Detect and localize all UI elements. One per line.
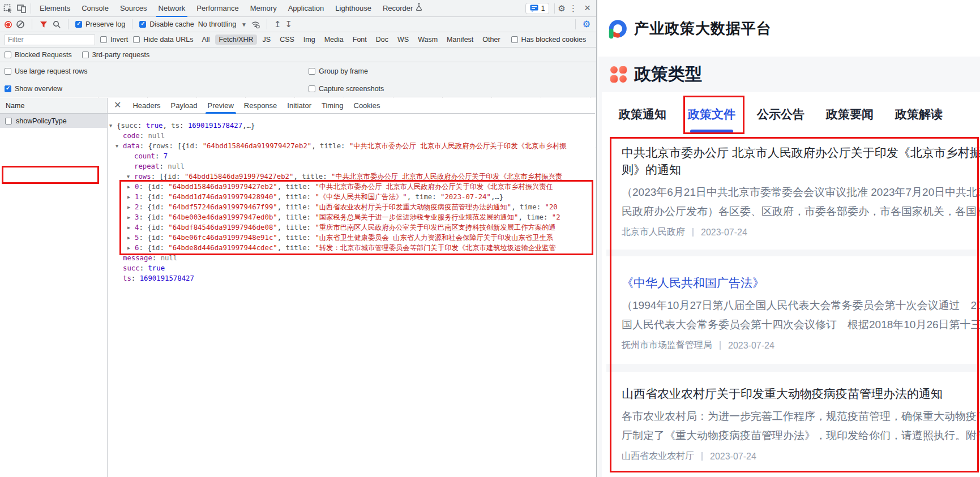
detail-tab-timing[interactable]: Timing [316,98,349,114]
json-tree-line[interactable]: message: null [108,253,595,263]
detail-tab-initiator[interactable]: Initiator [282,98,316,114]
expand-arrow-icon[interactable]: ▶ [127,182,135,192]
json-tree-line[interactable]: count: 7 [108,151,595,161]
policy-tab-1[interactable]: 政策通知 [619,106,666,133]
article-title[interactable]: 山西省农业农村厅关于印发重大动物疫病疫苗管理办法的通知 [622,385,980,402]
import-har-icon[interactable]: ↥ [274,19,281,29]
name-column-header[interactable]: Name [0,98,107,114]
settings-gear-icon[interactable]: ⚙ [558,4,565,12]
json-tree-line[interactable]: code: null [108,131,595,141]
detail-tab-cookies[interactable]: Cookies [349,98,386,114]
hide-data-urls-checkbox[interactable]: Hide data URLs [133,36,193,44]
json-tree-line[interactable]: ▼{succ: true, ts: 1690191578427,…} [108,121,595,131]
article-item[interactable]: 山西省农业农村厅关于印发重大动物疫病疫苗管理办法的通知各市农业农村局：为进一步完… [606,372,980,462]
disable-cache-checkbox[interactable]: Disable cache [139,20,194,28]
network-settings-gear-icon[interactable]: ⚙ [583,20,590,29]
filter-type-media[interactable]: Media [321,35,347,45]
expand-arrow-icon[interactable]: ▶ [127,243,135,253]
devtools-tab-lighthouse[interactable]: Lighthouse [329,0,377,17]
more-options-icon[interactable]: ⋮ [566,3,581,14]
json-tree-line[interactable]: ▶1: {id: "64bdd1d746da919979428940", tit… [108,192,595,202]
checkbox-checked[interactable] [139,21,146,28]
filter-type-wasm[interactable]: Wasm [414,35,441,45]
record-network-log-icon[interactable] [5,21,12,28]
detail-tab-payload[interactable]: Payload [166,98,203,114]
devtools-tab-sources[interactable]: Sources [114,0,153,17]
filter-type-all[interactable]: All [199,35,213,45]
devtools-tab-network[interactable]: Network [153,0,191,17]
filter-type-js[interactable]: JS [259,35,275,45]
filter-type-other[interactable]: Other [479,35,503,45]
article-title[interactable]: 《中华人民共和国广告法》 [622,274,980,291]
preserve-log-checkbox[interactable]: Preserve log [75,20,125,28]
checkbox-checked[interactable] [75,21,82,28]
inspect-element-icon[interactable] [3,4,12,13]
clear-network-log-icon[interactable] [16,20,25,29]
json-tree-line[interactable]: ▶4: {id: "64bdf84546da91997946de08", tit… [108,222,595,233]
article-title[interactable]: 中共北京市委办公厅 北京市人民政府办公厅关于印发《北京市乡村振兴责则》的通知 [622,144,980,178]
json-tree-line[interactable]: ▼data: {rows: [{id: "64bdd15846da9199794… [108,141,595,151]
detail-tab-headers[interactable]: Headers [127,98,165,114]
devtools-tab-performance[interactable]: Performance [191,0,244,17]
checkbox-unchecked[interactable] [309,68,315,75]
use-large-request-rows-checkbox[interactable]: Use large request rows [5,67,309,75]
checkbox-unchecked[interactable] [309,85,315,92]
search-icon[interactable] [52,20,61,29]
filter-type-ws[interactable]: WS [394,35,412,45]
export-har-icon[interactable]: ↧ [285,19,293,29]
checkbox-unchecked[interactable] [82,51,89,58]
filter-input[interactable] [5,35,95,45]
devtools-tab-recorder[interactable]: Recorder [377,0,428,17]
devtools-tab-memory[interactable]: Memory [245,0,283,17]
json-tree-line[interactable]: ▶3: {id: "64be003e46da91997947ed0b", tit… [108,212,595,222]
policy-tab-2[interactable]: 政策文件 [688,106,735,133]
filter-type-img[interactable]: Img [300,35,319,45]
json-tree-line[interactable]: succ: true [108,263,595,273]
third-party-requests-checkbox[interactable]: 3rd-party requests [82,51,149,59]
checkbox-unchecked[interactable] [133,36,140,43]
detail-tab-response[interactable]: Response [239,98,283,114]
checkbox-unchecked[interactable] [5,118,12,124]
filter-funnel-icon[interactable] [39,20,48,29]
json-tree-line[interactable]: ▶6: {id: "64bde8d446da91997944cdec", tit… [108,243,595,253]
throttling-dropdown[interactable]: No throttling ▼ [198,20,247,28]
expand-arrow-icon[interactable]: ▶ [127,202,135,212]
policy-tab-5[interactable]: 政策解读 [895,106,943,133]
checkbox-unchecked[interactable] [5,68,11,75]
show-overview-checkbox[interactable]: Show overview [5,85,309,93]
devtools-tab-console[interactable]: Console [76,0,114,17]
filter-type-doc[interactable]: Doc [373,35,392,45]
network-conditions-icon[interactable] [251,20,260,29]
policy-tab-3[interactable]: 公示公告 [757,106,804,133]
expand-arrow-icon[interactable]: ▼ [127,171,134,182]
request-row-showpolicytype[interactable]: showPolicyType [0,114,107,128]
expand-arrow-icon[interactable]: ▶ [127,233,135,243]
detail-tab-preview[interactable]: Preview [203,98,239,114]
close-devtools-icon[interactable]: × [581,2,596,15]
json-tree-line[interactable]: ▶5: {id: "64be06fc46da91997948e91c", tit… [108,233,595,243]
checkbox-checked[interactable] [5,85,11,92]
filter-type-fetch-xhr[interactable]: Fetch/XHR [215,35,256,45]
devtools-tab-application[interactable]: Application [283,0,330,17]
device-toolbar-icon[interactable] [17,4,26,13]
expand-arrow-icon[interactable]: ▼ [115,141,123,151]
invert-checkbox[interactable]: Invert [100,36,128,44]
article-item[interactable]: 《中华人民共和国广告法》（1994年10月27日第八届全国人民代表大会常务委员会… [606,256,980,364]
expand-arrow-icon[interactable]: ▶ [127,212,135,222]
checkbox-unchecked[interactable] [100,36,107,43]
checkbox-unchecked[interactable] [5,51,11,58]
article-item[interactable]: 中共北京市委办公厅 北京市人民政府办公厅关于印发《北京市乡村振兴责则》的通知（2… [606,137,980,250]
filter-type-font[interactable]: Font [349,35,370,45]
checkbox-unchecked[interactable] [511,36,518,43]
json-tree-line[interactable]: ▶0: {id: "64bdd15846da919979427eb2", tit… [108,182,595,192]
json-tree-line[interactable]: ts: 1690191578427 [108,273,595,283]
json-tree-line[interactable]: ▶2: {id: "64bdf57246da919979467f99", tit… [108,202,595,212]
has-blocked-cookies-checkbox[interactable]: Has blocked cookies [511,36,587,44]
policy-tab-4[interactable]: 政策要闻 [826,106,874,133]
close-detail-icon[interactable]: ✕ [108,100,127,111]
expand-arrow-icon[interactable]: ▶ [127,222,135,233]
blocked-requests-checkbox[interactable]: Blocked Requests [5,51,72,59]
json-tree-line[interactable]: repeat: null [108,161,595,171]
filter-type-manifest[interactable]: Manifest [443,35,477,45]
group-by-frame-checkbox[interactable]: Group by frame [309,67,596,75]
